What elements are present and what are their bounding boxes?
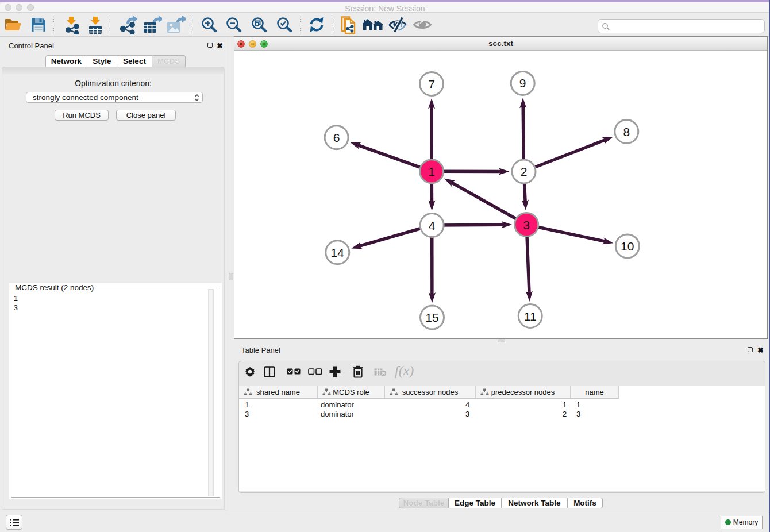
svg-text:3: 3 xyxy=(523,218,530,232)
svg-text:14: 14 xyxy=(331,246,345,259)
svg-text:11: 11 xyxy=(524,310,537,323)
svg-text:4: 4 xyxy=(429,219,436,232)
svg-text:7: 7 xyxy=(428,78,435,91)
svg-text:15: 15 xyxy=(425,311,438,324)
svg-text:8: 8 xyxy=(623,125,630,138)
svg-text:9: 9 xyxy=(519,76,526,90)
svg-text:2: 2 xyxy=(521,165,528,178)
svg-text:1: 1 xyxy=(428,165,435,178)
svg-text:6: 6 xyxy=(333,131,340,144)
svg-text:10: 10 xyxy=(621,240,634,253)
